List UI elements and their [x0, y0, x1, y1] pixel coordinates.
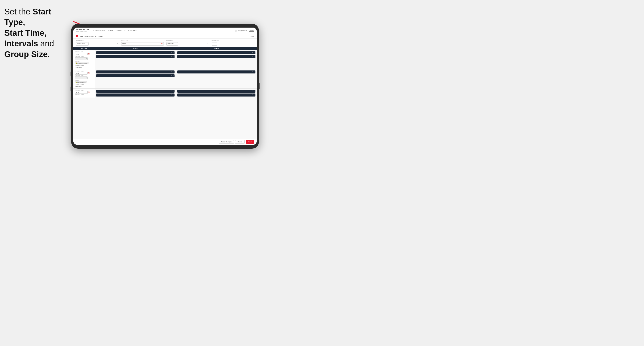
hole-select-1[interactable]: 1: [75, 57, 88, 60]
expand-g3-2-2[interactable]: ⤢: [252, 94, 253, 96]
player-row-g2-1-1: ⤢ ✕: [96, 70, 174, 73]
tee-time-value-1: ⏰: [75, 53, 94, 55]
tee-time-value-3: ⏰: [75, 91, 94, 94]
tee-actions-1: Remove Group Add Group: [75, 65, 94, 68]
start-type-select[interactable]: 1st Tee Start: [76, 42, 89, 46]
tee-time-input-2[interactable]: [75, 72, 88, 75]
tee-time-value-2: ⏰: [75, 72, 94, 75]
player-controls-g2-1-2: ⤢ ✕: [171, 75, 174, 76]
tournament-name[interactable]: Clippd Invitational (Ma...): [79, 35, 96, 37]
remove-g3-1-2[interactable]: ✕: [172, 94, 174, 96]
save-button[interactable]: Save: [246, 140, 254, 144]
player-controls-2-1: ⤢ ✕: [252, 52, 254, 53]
player-controls-1-2: ⤢ ✕: [171, 56, 174, 57]
teams-area-2: ⤢ ✕ ⤢ ✕: [95, 69, 257, 88]
tee-time-input-3[interactable]: [75, 91, 88, 94]
teams-area-3: ⤢ ✕ ⤢ ✕: [95, 89, 257, 98]
player-controls-2-2: ⤢ ✕: [252, 56, 254, 57]
start-time-input[interactable]: [121, 42, 164, 46]
intervals-select-wrapper: 10 Minutes: [166, 41, 209, 46]
expand-g2-2-1[interactable]: ⤢: [252, 71, 253, 73]
navbar: SCOREBOARD Powered by clippd TOURNAMENTS…: [73, 27, 257, 34]
course-remove-2[interactable]: ×: [85, 82, 86, 83]
remove-g2-1-2[interactable]: ✕: [172, 75, 174, 76]
logo: SCOREBOARD Powered by clippd: [76, 29, 90, 32]
player-controls-g3-1-2: ⤢ ✕: [171, 94, 174, 96]
section-name: Hosting: [98, 35, 103, 37]
tee-left-2: STARTING TIME: ⏰ STARTING HOLE: 1 COURSE…: [73, 69, 95, 88]
add-group-2[interactable]: Add Group: [75, 86, 94, 87]
add-group-1[interactable]: Add Group: [75, 67, 94, 68]
tablet-power-button: [259, 83, 260, 89]
player-expand-1-2[interactable]: ⤢: [171, 56, 172, 57]
nav-committee[interactable]: COMMITTEE: [116, 29, 126, 32]
start-time-group: Start Time ⏰: [121, 40, 164, 46]
tablet-volume-down: [70, 87, 71, 91]
breadcrumb-separator: ›: [96, 35, 97, 37]
start-type-label: Start Type: [76, 40, 119, 41]
nav-tournaments[interactable]: TOURNAMENTS: [93, 29, 105, 32]
remove-g3-1-1[interactable]: ✕: [172, 90, 174, 92]
instruction-and: and: [38, 39, 54, 48]
sign-out-link[interactable]: Sign out: [249, 30, 254, 31]
nav-items: TOURNAMENTS TEAMS COMMITTEE RANKINGS: [93, 29, 235, 32]
expand-g2-1-2[interactable]: ⤢: [171, 75, 172, 76]
tee-time-input-1[interactable]: [75, 53, 88, 55]
tee-group-1: STARTING TIME: ⏰ STARTING HOLE: 1 COURSE…: [73, 50, 257, 69]
tablet-volume-up: [70, 72, 71, 76]
group-size-label: Group Size: [212, 40, 254, 41]
course-tag-icon-2: ⛳: [76, 82, 77, 83]
remove-g3-2-1[interactable]: ✕: [254, 90, 254, 92]
player-row-1-2: ⤢ ✕: [96, 55, 174, 58]
expand-g3-2-1[interactable]: ⤢: [252, 90, 253, 92]
player-expand-1-1[interactable]: ⤢: [171, 52, 172, 53]
remove-g2-1-1[interactable]: ✕: [172, 71, 174, 73]
course-remove-1[interactable]: ×: [88, 62, 88, 64]
clock-icon-1: ⏰: [88, 53, 90, 55]
player-row-g2-1-2: ⤢ ✕: [96, 74, 174, 77]
player-row-1-1: ⤢ ✕: [96, 51, 174, 54]
th-team2: Team 2: [176, 47, 257, 50]
player-remove-1-1[interactable]: ✕: [172, 52, 174, 53]
table-body: STARTING TIME: ⏰ STARTING HOLE: 1 COURSE…: [73, 50, 257, 139]
instruction-bold-group-size: Group Size: [4, 50, 48, 59]
player-row-2-1: ⤢ ✕: [177, 51, 256, 54]
nav-teams[interactable]: TEAMS: [108, 29, 114, 32]
th-tee-time: Tee Time: [73, 47, 95, 50]
course-tag-1: ⛳ (A) Peachtree GC ×: [75, 62, 89, 64]
player-expand-2-1[interactable]: ⤢: [252, 52, 253, 53]
remove-g3-2-2[interactable]: ✕: [254, 94, 254, 96]
reset-button[interactable]: Reset Changes: [219, 140, 234, 144]
player-remove-1-2[interactable]: ✕: [172, 56, 174, 57]
player-remove-2-1[interactable]: ✕: [254, 52, 254, 53]
cancel-button[interactable]: Cancel: [235, 140, 245, 144]
intervals-select[interactable]: 10 Minutes: [166, 42, 178, 46]
tee-left-3: STARTING TIME: ⏰ STARTING HOLE:: [73, 89, 95, 98]
remove-g2-2-1[interactable]: ✕: [254, 71, 254, 73]
course-tag-icon-1: ⛳: [76, 62, 77, 64]
expand-g3-1-1[interactable]: ⤢: [171, 90, 172, 92]
start-type-group: Start Type 1st Tee Start: [76, 40, 119, 46]
tee-group-3: STARTING TIME: ⏰ STARTING HOLE: ⤢ ✕: [73, 89, 257, 98]
hole-select-2[interactable]: 1: [75, 76, 88, 79]
back-button[interactable]: Back: [250, 35, 254, 37]
teams-area-1: ⤢ ✕ ⤢ ✕: [95, 50, 257, 69]
intervals-label: Intervals: [166, 40, 209, 41]
hole-label-1: STARTING HOLE:: [75, 56, 94, 57]
instruction-bold-start-type: Start Type,: [4, 7, 51, 27]
player-row-g3-2-1: ⤢ ✕: [177, 90, 256, 93]
nav-rankings[interactable]: RANKINGS: [128, 29, 136, 32]
expand-g2-1-1[interactable]: ⤢: [171, 71, 172, 73]
player-expand-2-2[interactable]: ⤢: [252, 56, 253, 57]
tablet-screen: SCOREBOARD Powered by clippd TOURNAMENTS…: [73, 27, 257, 145]
remove-group-2[interactable]: Remove Group: [75, 84, 94, 86]
group-size-select[interactable]: 3: [212, 42, 217, 46]
team2-col-3: ⤢ ✕ ⤢ ✕: [176, 89, 257, 98]
breadcrumb-bar: C Clippd Invitational (Ma...) › Hosting …: [73, 34, 257, 38]
player-controls-g2-1-1: ⤢ ✕: [171, 71, 174, 73]
tablet-frame: SCOREBOARD Powered by clippd TOURNAMENTS…: [71, 24, 259, 149]
remove-group-1[interactable]: Remove Group: [75, 65, 94, 66]
expand-g3-1-2[interactable]: ⤢: [171, 94, 172, 96]
player-remove-2-2[interactable]: ✕: [254, 56, 254, 57]
player-row-g3-1-2: ⤢ ✕: [96, 94, 174, 97]
